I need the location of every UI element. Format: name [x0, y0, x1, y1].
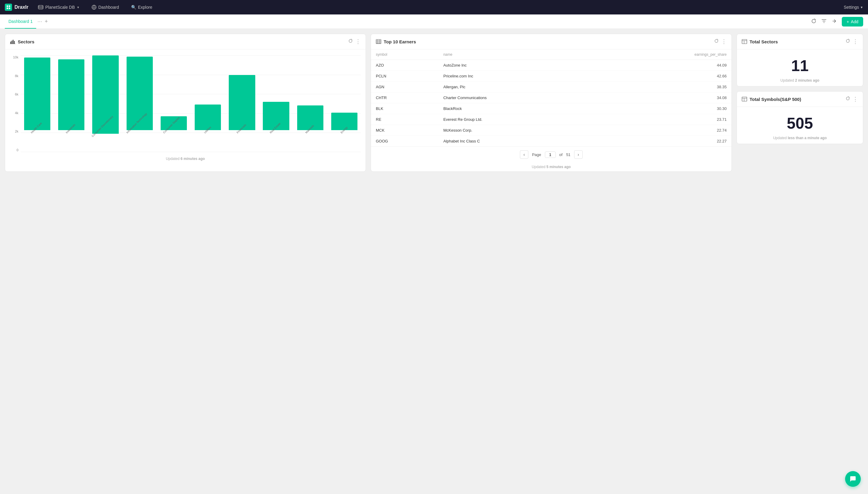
filter-button[interactable] — [821, 18, 827, 25]
db-name: PlanetScale DB — [45, 5, 75, 10]
settings-nav[interactable]: Settings ▼ — [844, 5, 864, 10]
next-page-button[interactable]: › — [574, 150, 583, 159]
total-symbols-time: less than a minute ago — [788, 136, 827, 140]
main-content: Sectors ⋮ 10k 8k 6k 4k 2k 0 — [0, 29, 868, 176]
planetscale-db-nav[interactable]: PlanetScale DB ▼ — [36, 4, 82, 11]
svg-rect-8 — [13, 40, 14, 44]
right-column: Total Sectors ⋮ 11 Updated 2 minutes ago — [737, 34, 863, 172]
svg-rect-7 — [12, 41, 12, 44]
table-row: AGNAllergan, Plc38.35 — [371, 82, 732, 93]
dashboard-nav[interactable]: Dashboard — [89, 4, 122, 11]
earners-header-row: symbol name earnings_per_share — [371, 50, 732, 60]
col-symbol: symbol — [371, 50, 439, 60]
cell-eps-4: 30.30 — [602, 103, 732, 114]
earners-table-body: AZOAutoZone Inc44.09PCLNPriceline.com In… — [371, 60, 732, 147]
tab-add-button[interactable]: + — [44, 18, 48, 25]
bar-0 — [24, 58, 50, 130]
sectors-more-button[interactable]: ⋮ — [355, 38, 361, 45]
db-chevron-icon: ▼ — [77, 6, 79, 9]
earners-more-button[interactable]: ⋮ — [721, 38, 727, 45]
cell-name-0: AutoZone Inc — [439, 60, 602, 71]
sectors-refresh-button[interactable] — [348, 39, 353, 44]
share-button[interactable] — [832, 18, 837, 25]
table-row: GOOGAlphabet Inc Class C22.27 — [371, 136, 732, 147]
sectors-updated-time: 6 minutes ago — [181, 157, 205, 161]
bar-group-6: Financials — [225, 55, 258, 152]
cell-symbol-4: BLK — [371, 103, 439, 114]
add-button-label: Add — [851, 19, 858, 24]
bar-group-0: Health Care — [21, 55, 54, 152]
total-sectors-more[interactable]: ⋮ — [853, 38, 858, 45]
svg-rect-17 — [742, 39, 747, 44]
y-label-6k: 6k — [15, 93, 18, 96]
db-icon — [38, 5, 43, 10]
bar-1 — [58, 59, 85, 130]
svg-rect-6 — [10, 42, 11, 44]
table-row: BLKBlackRock30.30 — [371, 103, 732, 114]
sectors-chart-icon — [10, 39, 15, 44]
tab-dashboard-1[interactable]: Dashboard 1 — [5, 15, 36, 28]
refresh-button[interactable] — [811, 18, 816, 25]
total-sectors-icon — [742, 39, 747, 44]
prev-page-button[interactable]: ‹ — [520, 150, 528, 159]
earners-card: Top 10 Earners ⋮ symbol name earnings_pe… — [371, 34, 732, 172]
add-widget-button[interactable]: + Add — [842, 17, 863, 26]
total-sectors-refresh[interactable] — [845, 39, 850, 44]
cell-symbol-6: MCK — [371, 125, 439, 136]
earners-updated: Updated 5 minutes ago — [371, 163, 732, 171]
cell-name-4: BlackRock — [439, 103, 602, 114]
total-symbols-more[interactable]: ⋮ — [853, 96, 858, 102]
total-pages: 51 — [566, 152, 570, 157]
svg-rect-20 — [742, 97, 747, 101]
cell-eps-6: 22.74 — [602, 125, 732, 136]
cell-name-1: Priceline.com Inc — [439, 71, 602, 82]
cell-symbol-7: GOOG — [371, 136, 439, 147]
cell-name-2: Allergan, Plc — [439, 82, 602, 93]
earners-table: symbol name earnings_per_share AZOAutoZo… — [371, 50, 732, 146]
bar-group-9: Energy — [328, 55, 361, 152]
sectors-chart-container: 10k 8k 6k 4k 2k 0 Health — [5, 50, 366, 154]
sectors-card-header: Sectors ⋮ — [5, 34, 366, 50]
cell-eps-0: 44.09 — [602, 60, 732, 71]
cell-name-3: Charter Communications — [439, 93, 602, 103]
sectors-bar-chart: 10k 8k 6k 4k 2k 0 Health — [10, 55, 361, 152]
search-nav-icon: 🔍 — [131, 5, 136, 10]
total-symbols-refresh[interactable] — [845, 96, 850, 102]
table-row: REEverest Re Group Ltd.23.71 — [371, 114, 732, 125]
cell-symbol-3: CHTR — [371, 93, 439, 103]
svg-rect-2 — [7, 7, 8, 9]
explore-nav-label: Explore — [138, 5, 152, 10]
earners-pagination: ‹ Page of 51 › — [371, 146, 732, 163]
total-symbols-updated: Updated less than a minute ago — [737, 135, 863, 144]
earners-table-icon — [376, 39, 381, 44]
dashboard-nav-label: Dashboard — [98, 5, 119, 10]
col-name: name — [439, 50, 602, 60]
y-label-10k: 10k — [13, 55, 18, 59]
cell-name-6: McKesson Corp. — [439, 125, 602, 136]
total-sectors-value: 11 — [737, 50, 863, 77]
of-label: of — [559, 152, 563, 157]
cell-name-5: Everest Re Group Ltd. — [439, 114, 602, 125]
tab-more-options[interactable]: ⋯ — [37, 19, 42, 24]
earners-refresh-button[interactable] — [714, 39, 719, 44]
page-number-input[interactable] — [545, 152, 556, 158]
bar-group-3: Information Technology — [123, 55, 156, 152]
total-sectors-time: 2 minutes ago — [795, 78, 819, 82]
cell-eps-3: 34.08 — [602, 93, 732, 103]
total-symbols-icon — [742, 97, 747, 101]
total-sectors-card: Total Sectors ⋮ 11 Updated 2 minutes ago — [737, 34, 863, 87]
total-symbols-value: 505 — [737, 107, 863, 135]
bar-6 — [229, 75, 255, 130]
brand-logo[interactable]: Draxlr — [5, 4, 28, 11]
explore-nav[interactable]: 🔍 Explore — [129, 4, 154, 11]
page-label: Page — [532, 152, 541, 157]
total-symbols-card: Total Symbols(S&P 500) ⋮ 505 Updated les… — [737, 91, 863, 144]
table-row: MCKMcKesson Corp.22.74 — [371, 125, 732, 136]
top-navigation: Draxlr PlanetScale DB ▼ Dashboard 🔍 Expl… — [0, 0, 868, 15]
col-eps: earnings_per_share — [602, 50, 732, 60]
bar-group-1: Industrials — [55, 55, 88, 152]
tabbar-actions: + Add — [811, 17, 863, 26]
table-row: CHTRCharter Communications34.08 — [371, 93, 732, 103]
total-symbols-header: Total Symbols(S&P 500) ⋮ — [737, 92, 863, 107]
brand-icon — [5, 4, 12, 11]
